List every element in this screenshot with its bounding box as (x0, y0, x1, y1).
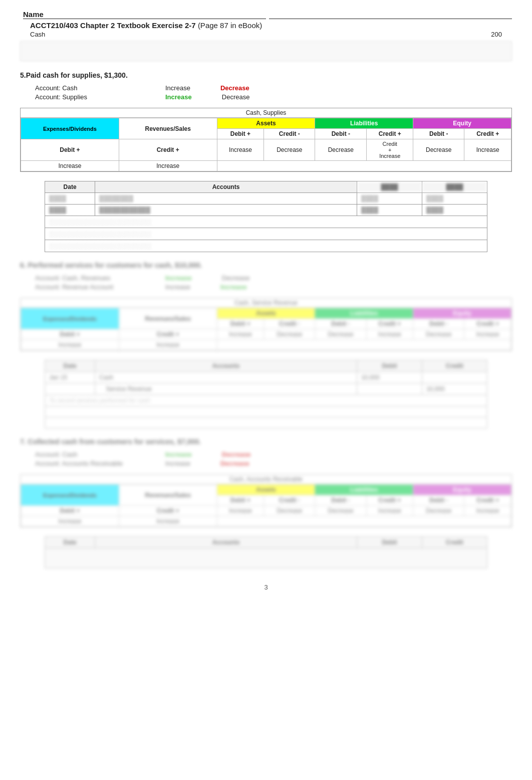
journal-credit-header: ████ (422, 181, 487, 193)
journal-row-2: ████ ████████████ ████ ████ (45, 205, 487, 216)
journal-row-1: ████ ████████ ████ ████ (45, 193, 487, 205)
equity-debit-sub: Decrease (413, 139, 464, 161)
journal-date-1: ████ (45, 193, 95, 205)
journal-table-section5: Date Accounts ████ ████ ████ ████████ ██… (45, 181, 487, 252)
account-row-cash: Account: Cash Increase Decrease (35, 84, 512, 92)
name-line: Name (20, 10, 512, 19)
col-revenues-header: Revenues/Sales (119, 118, 217, 139)
rev-increase-label: Increase (119, 161, 217, 171)
top-blurred-table (20, 41, 512, 61)
journal-row-5: ░░░░░░░░░░░░░░░░░░░░░░░░ (45, 240, 487, 252)
cash-label: Cash (30, 31, 45, 38)
journal-row-3: ░░░░░░░░░░░░░░░░░░░░░░░░ (45, 216, 487, 228)
col-expenses-header: Expenses/Dividends (21, 118, 119, 139)
title-line: ACCT210/403 Chapter 2 Textbook Exercise … (20, 21, 512, 30)
col-liabilities-header: Liabilities (315, 118, 413, 129)
page-number: 3 (20, 583, 512, 591)
account-supplies-label: Account: Supplies (35, 93, 135, 101)
col-assets-header: Assets (217, 118, 315, 129)
liab-debit-header: Debit - (315, 129, 367, 139)
account-row-supplies: Account: Supplies Increase Decrease (35, 93, 512, 101)
cash-value: 200 (491, 31, 502, 38)
col-equity-header: Equity (413, 118, 511, 129)
account-rows: Account: Cash Increase Decrease Account:… (20, 84, 512, 101)
section6-title: 6. Performed services for customers for … (20, 261, 512, 269)
journal-row-4: ░░░░░░░░░░░░░░░░░░░░░░░░ (45, 228, 487, 240)
account-cash-label: Account: Cash (35, 84, 135, 92)
assets-credit-header: Credit - (264, 129, 315, 139)
name-label: Name (23, 10, 266, 19)
supplies-increase: Increase (165, 93, 192, 101)
section6-container: 6. Performed services for customers for … (20, 261, 512, 429)
name-underline (269, 10, 512, 19)
liab-credit-header: Credit + (367, 129, 413, 139)
liab-credit-sub: Credit+Increase (367, 139, 413, 161)
journal-date-header: Date (45, 181, 95, 193)
assets-credit-sub: Decrease (264, 139, 315, 161)
equity-credit-sub: Increase (464, 139, 511, 161)
supplies-decrease: Decrease (222, 93, 250, 101)
equity-credit-header: Credit + (464, 129, 511, 139)
section5-title: 5.Paid cash for supplies, $1,300. (20, 71, 512, 79)
exp-increase-label: Increase (21, 161, 119, 171)
journal-account-1: ████████ (95, 193, 357, 205)
cash-increase: Increase (165, 84, 190, 92)
liab-debit-sub: Decrease (315, 139, 367, 161)
cash-decrease: Decrease (220, 84, 249, 92)
journal-accounts-header: Accounts (95, 181, 357, 193)
exp-debit-label: Debit + (21, 139, 119, 161)
journal-credit-1: ████ (422, 193, 487, 205)
section7-title: 7. Collected cash from customers for ser… (20, 438, 512, 446)
journal-debit-header: ████ (357, 181, 422, 193)
table-caption-row: Cash, Supplies (21, 108, 511, 118)
equity-debit-header: Debit - (413, 129, 464, 139)
assets-debit-sub: Increase (217, 139, 264, 161)
section7-container: 7. Collected cash from customers for ser… (20, 438, 512, 568)
cash-row: Cash 200 (20, 31, 512, 38)
accounting-table-section5: Cash, Supplies Expenses/Dividends Revenu… (20, 108, 512, 172)
rev-credit-label: Credit + (119, 139, 217, 161)
journal-debit-1: ████ (357, 193, 422, 205)
assets-debit-header: Debit + (217, 129, 264, 139)
